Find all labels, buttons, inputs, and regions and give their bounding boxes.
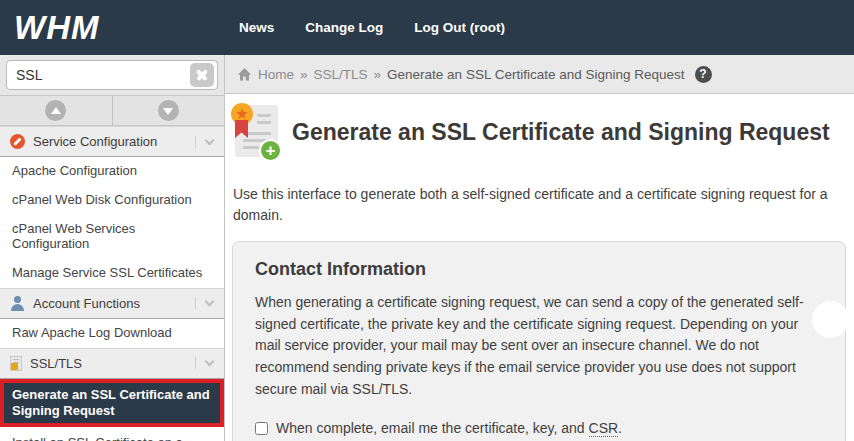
- floating-circle-indicator: [812, 301, 849, 338]
- plus-badge-icon: +: [259, 139, 282, 162]
- sidebar-item-manage-service-ssl-certificates[interactable]: Manage Service SSL Certificates: [0, 259, 224, 288]
- chevron-wrap: [195, 136, 215, 148]
- next-result-button[interactable]: [113, 96, 225, 125]
- breadcrumb-home-link[interactable]: Home: [258, 67, 294, 82]
- search-result-nav: [0, 95, 224, 126]
- breadcrumb-separator: »: [374, 67, 382, 82]
- chevron-down-icon: [205, 357, 215, 367]
- main-column: Home » SSL/TLS » Generate an SSL Certifi…: [225, 55, 854, 441]
- search-input[interactable]: [6, 60, 218, 90]
- nav-logout-link[interactable]: Log Out (root): [414, 20, 505, 35]
- breadcrumb-ssltls-link[interactable]: SSL/TLS: [314, 67, 368, 82]
- whm-page: WHM News Change Log Log Out (root): [0, 0, 854, 441]
- help-icon[interactable]: ?: [695, 66, 712, 83]
- top-navigation: News Change Log Log Out (root): [225, 20, 505, 35]
- email-results-row: When complete, email me the certificate,…: [255, 420, 823, 436]
- breadcrumb-current-page: Generate an SSL Certificate and Signing …: [387, 67, 684, 82]
- page-title: Generate an SSL Certificate and Signing …: [292, 119, 830, 146]
- contact-information-body: When generating a certificate signing re…: [255, 292, 823, 400]
- contact-information-heading: Contact Information: [255, 259, 823, 280]
- intro-text: Use this interface to generate both a se…: [233, 184, 833, 226]
- breadcrumb: Home » SSL/TLS » Generate an SSL Certifi…: [225, 55, 854, 94]
- chevron-down-icon: [205, 135, 215, 145]
- certificate-icon: [10, 356, 22, 371]
- chevron-down-icon: [205, 297, 215, 307]
- prev-result-button[interactable]: [0, 96, 113, 125]
- arrow-down-icon: [158, 100, 179, 121]
- nav-news-link[interactable]: News: [239, 20, 274, 35]
- section-label: Service Configuration: [33, 134, 157, 149]
- clear-search-icon[interactable]: [190, 63, 214, 87]
- breadcrumb-separator: »: [300, 67, 308, 82]
- label-text: When complete, email me the certificate,…: [276, 420, 589, 436]
- sidebar-item-cpanel-web-disk-configuration[interactable]: cPanel Web Disk Configuration: [0, 186, 224, 215]
- sidebar-section-ssl-tls[interactable]: SSL/TLS: [0, 348, 224, 379]
- nav-changelog-link[interactable]: Change Log: [305, 20, 383, 35]
- sidebar-item-cpanel-web-services-configuration[interactable]: cPanel Web Services Configuration: [0, 215, 224, 259]
- ssl-certificate-page-icon: ★ +: [232, 105, 278, 159]
- contact-information-panel: Contact Information When generating a ce…: [232, 241, 846, 441]
- email-results-checkbox[interactable]: [255, 422, 268, 435]
- arrow-up-icon: [45, 100, 66, 121]
- user-icon: [10, 296, 25, 311]
- sidebar-item-raw-apache-log-download[interactable]: Raw Apache Log Download: [0, 319, 224, 348]
- top-header-bar: WHM News Change Log Log Out (root): [0, 0, 854, 55]
- main-content: ★ + Generate an SSL Certificate and Sign…: [225, 94, 854, 441]
- sidebar-item-generate-ssl-certificate[interactable]: Generate an SSL Certificate and Signing …: [0, 379, 224, 428]
- email-results-label: When complete, email me the certificate,…: [276, 420, 622, 436]
- home-icon: [237, 67, 252, 82]
- section-label: SSL/TLS: [30, 356, 82, 371]
- section-label: Account Functions: [33, 296, 140, 311]
- whm-logo[interactable]: WHM: [0, 9, 225, 47]
- label-text: .: [618, 420, 622, 436]
- wrench-icon: [10, 134, 25, 149]
- chevron-wrap: [195, 297, 215, 309]
- csr-term[interactable]: CSR: [589, 420, 619, 437]
- chevron-wrap: [195, 357, 215, 369]
- sidebar-section-service-configuration[interactable]: Service Configuration: [0, 126, 224, 157]
- sidebar: Service Configuration Apache Configurati…: [0, 55, 225, 441]
- sidebar-item-apache-configuration[interactable]: Apache Configuration: [0, 157, 224, 186]
- sidebar-section-account-functions[interactable]: Account Functions: [0, 288, 224, 319]
- sidebar-item-install-ssl-certificate[interactable]: Install an SSL Certificate on a Domain: [0, 427, 224, 441]
- sidebar-search-row: [0, 55, 224, 95]
